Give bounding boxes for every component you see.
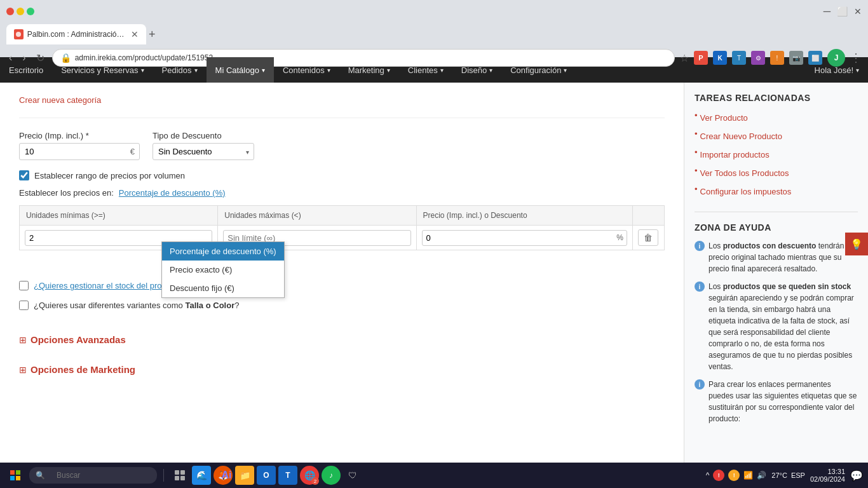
minimize-window-btn[interactable] <box>17 8 24 15</box>
lightbulb-button[interactable]: 💡 <box>845 233 868 255</box>
chrome-badge-dot: 2 <box>311 477 319 485</box>
ext-icon-6[interactable]: 📷 <box>789 51 803 65</box>
spacer3 <box>19 351 665 358</box>
maximize-window-btn[interactable] <box>27 8 34 15</box>
tab-close-btn[interactable]: ✕ <box>131 29 139 39</box>
discount-label: Tipo de Descuento <box>153 131 254 140</box>
taskbar-chrome-badge[interactable]: 🌐 2 <box>300 466 319 485</box>
marketing-options-header[interactable]: ⊞ Opciones de Marketing <box>19 364 665 375</box>
sidebar-link-ver-producto: • Ver Producto <box>695 111 858 125</box>
price-discount-input[interactable] <box>422 230 628 246</box>
taskbar-vpn[interactable]: 🛡 <box>343 466 362 485</box>
close-window-btn[interactable] <box>6 8 14 15</box>
price-discount-suffix: % <box>616 233 623 242</box>
nav-servicios-arrow: ▾ <box>141 67 144 74</box>
taskbar-right: ^ ! ! 📶 🔊 27°C ESP 13:31 02/09/2024 💬 <box>706 468 863 483</box>
nav-configuracion[interactable]: Configuración ▾ <box>501 57 576 83</box>
marketing-options-section: ⊞ Opciones de Marketing <box>19 364 665 375</box>
link-ver-producto[interactable]: Ver Producto <box>700 113 748 123</box>
discount-select[interactable]: Sin Descuento <box>153 143 254 160</box>
taskbar-ai-label[interactable]: Ai <box>213 462 240 488</box>
notification-icon[interactable]: 💬 <box>850 470 863 482</box>
nav-clientes[interactable]: Clientes ▾ <box>399 57 452 83</box>
nav-escritorio[interactable]: Escritorio <box>0 57 52 83</box>
nav-catalogo[interactable]: Mi Catálogo ▾ <box>207 57 274 83</box>
dropdown-item-precio-exacto[interactable]: Precio exacto (€) <box>162 261 284 279</box>
nav-marketing[interactable]: Marketing ▾ <box>339 57 399 83</box>
temperature-text: 27°C <box>771 471 787 479</box>
taskbar-task-view[interactable] <box>170 466 189 485</box>
price-input[interactable] <box>19 143 140 160</box>
link-importar[interactable]: Importar productos <box>700 150 770 159</box>
variants-label: ¿Quieres usar diferentes variantes como … <box>34 301 239 310</box>
ext-icon-2[interactable]: K <box>713 51 727 65</box>
svg-rect-4 <box>16 476 20 480</box>
minimize-icon[interactable]: ─ <box>824 6 831 17</box>
dropdown-item-descuento-fijo[interactable]: Descuento fijo (€) <box>162 279 284 297</box>
taskbar-search-input[interactable] <box>49 468 151 482</box>
nav-pedidos[interactable]: Pedidos ▾ <box>153 57 207 83</box>
sys-chevron-icon[interactable]: ^ <box>706 471 710 480</box>
active-tab[interactable]: Palbin.com : Administración - P ✕ <box>6 24 146 44</box>
variants-checkbox[interactable] <box>19 301 29 310</box>
taskbar-datetime[interactable]: 13:31 02/09/2024 <box>810 468 845 483</box>
nav-configuracion-arrow: ▾ <box>564 67 567 74</box>
link-ver-todos[interactable]: Ver Todos los Productos <box>700 168 789 178</box>
ext-icon-1[interactable]: P <box>694 51 708 65</box>
restore-icon[interactable]: ⬜ <box>837 6 848 17</box>
help-icon-2: i <box>695 281 705 292</box>
sys-alert-icon[interactable]: ! <box>713 470 724 481</box>
ext-icon-3[interactable]: T <box>732 51 746 65</box>
start-button[interactable] <box>5 465 25 485</box>
bookmark-icon[interactable]: ☆ <box>680 52 689 64</box>
nav-pedidos-arrow: ▾ <box>194 67 198 74</box>
close-icon[interactable]: ✕ <box>854 6 862 17</box>
nav-diseno[interactable]: Diseño ▾ <box>452 57 501 83</box>
stock-checkbox[interactable] <box>19 281 29 290</box>
title-bar-controls[interactable] <box>6 8 34 15</box>
svg-rect-7 <box>175 476 179 480</box>
ext-icon-4[interactable]: ⚙ <box>751 51 765 65</box>
marketing-options-title[interactable]: Opciones de Marketing <box>31 364 135 375</box>
sidebar-link-configurar: • Configurar los impuestos <box>695 184 858 199</box>
link-crear-producto[interactable]: Crear Nuevo Producto <box>700 132 782 141</box>
taskbar-icons: 🌊 🦊 📁 O T 🌐 2 ♪ 🛡 <box>170 466 362 485</box>
delete-cell: 🗑 <box>633 226 665 250</box>
price-suffix: € <box>130 147 135 156</box>
nav-contenidos[interactable]: Contenidos ▾ <box>274 57 339 83</box>
dropdown-item-porcentaje[interactable]: Porcentaje de descuento (%) <box>162 242 284 261</box>
search-bar[interactable]: 🔍 <box>29 467 157 484</box>
create-category-link[interactable]: Crear nueva categoría <box>19 95 665 105</box>
set-prices-link[interactable]: Porcentaje de descuento (%) <box>119 188 226 198</box>
bullet-5: • <box>695 184 698 194</box>
taskbar-edge[interactable]: 🌊 <box>192 466 211 485</box>
sys-tray: ^ ! ! 📶 🔊 <box>706 470 767 481</box>
time-text: 13:31 <box>810 468 845 475</box>
volume-icon[interactable]: 🔊 <box>757 471 766 480</box>
network-icon[interactable]: 📶 <box>743 471 753 480</box>
sys-warn-icon[interactable]: ! <box>728 470 740 481</box>
advanced-options-header[interactable]: ⊞ Opciones Avanzadas <box>19 334 665 345</box>
sidebar-link-ver-todos: • Ver Todos los Productos <box>695 166 858 180</box>
nav-user[interactable]: Hola José! ▾ <box>806 57 868 83</box>
svg-rect-8 <box>180 476 185 480</box>
new-tab-button[interactable]: + <box>149 28 156 41</box>
window-controls-right[interactable]: ─ ⬜ ✕ <box>824 6 862 17</box>
svg-rect-2 <box>16 470 20 475</box>
variants-label-bold: Talla o Color <box>185 301 234 310</box>
ext-icon-5[interactable]: ! <box>770 51 784 65</box>
advanced-options-title[interactable]: Opciones Avanzadas <box>31 334 126 345</box>
taskbar-teams[interactable]: T <box>278 466 297 485</box>
temp-lang: 27°C ESP <box>771 471 805 479</box>
advanced-options-section: ⊞ Opciones Avanzadas <box>19 334 665 345</box>
volume-checkbox[interactable] <box>19 170 29 180</box>
nav-servicios[interactable]: Servicios y Reservas ▾ <box>52 57 153 83</box>
main-layout: Crear nueva categoría Precio (Imp. incl.… <box>0 83 868 488</box>
bullet-1: • <box>695 111 698 120</box>
link-configurar[interactable]: Configurar los impuestos <box>700 187 792 196</box>
table-header: Unidades mínimas (>=) Unidades máximas (… <box>20 206 665 226</box>
taskbar-outlook[interactable]: O <box>257 466 276 485</box>
sidebar-link-crear-producto: • Crear Nuevo Producto <box>695 129 858 144</box>
delete-row-button[interactable]: 🗑 <box>638 229 658 246</box>
taskbar-spotify[interactable]: ♪ <box>322 466 341 485</box>
